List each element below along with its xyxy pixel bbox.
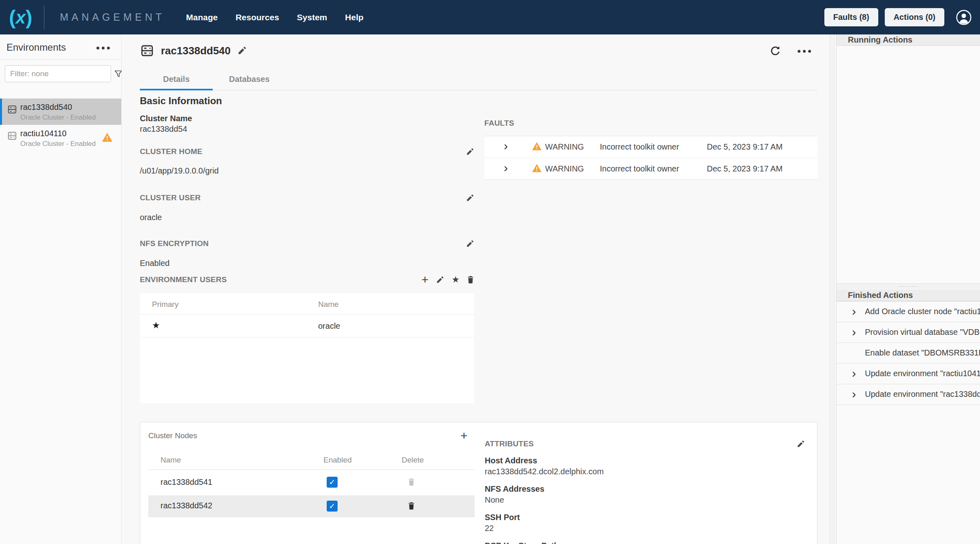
delete-node-icon[interactable]: [408, 502, 415, 510]
cluster-user-value: oracle: [140, 213, 162, 222]
faults-button[interactable]: Faults (8): [824, 8, 878, 26]
fault-title: Incorrect toolkit owner: [600, 142, 679, 152]
panel-resize-handle[interactable]: ·········: [837, 284, 980, 290]
finished-action-row[interactable]: › Add Oracle cluster node "ractiu104...: [837, 302, 980, 322]
faults-list: › WARNING Incorrect toolkit owner Dec 5,…: [484, 136, 817, 180]
tab-details[interactable]: Details: [140, 68, 213, 90]
sidebar-overflow-menu-icon[interactable]: [96, 47, 110, 49]
edit-title-icon[interactable]: [237, 46, 247, 56]
cluster-home-value: /u01/app/19.0.0.0/grid: [140, 166, 219, 176]
running-actions-header: Running Actions: [837, 34, 980, 46]
detail-tabs: Details Databases: [140, 68, 817, 90]
delphix-management-app: (x) MANAGEMENT Manage Resources System H…: [0, 0, 980, 544]
edit-attributes-icon[interactable]: [796, 440, 805, 448]
attributes-label: ATTRIBUTES: [485, 439, 534, 448]
menu-manage[interactable]: Manage: [186, 13, 218, 22]
expand-action-icon[interactable]: ›: [852, 388, 856, 400]
navbar-right: Faults (8) Actions (0): [824, 8, 972, 26]
environment-details-main: rac1338dd540 Details Databases Basic Inf…: [122, 34, 836, 544]
brand-divider: [44, 6, 45, 29]
environment-name: ractiu104110: [20, 129, 115, 138]
tab-databases[interactable]: Databases: [213, 68, 286, 90]
cluster-nodes-card: Cluster Nodes + Name Enabled Delete rac1…: [140, 422, 817, 544]
attribute-ssh-port: SSH Port 22: [485, 512, 805, 533]
cluster-user-label: CLUSTER USER: [140, 193, 201, 202]
environment-subtitle: Oracle Cluster - Enabled: [20, 114, 115, 122]
warning-icon: [532, 142, 542, 151]
environment-users-table: Primary Name ★ oracle: [140, 293, 474, 403]
cluster-nodes-label: Cluster Nodes: [148, 431, 197, 440]
finished-action-row[interactable]: › Update environment "rac1338dd54...: [837, 384, 980, 405]
finished-action-row[interactable]: › Provision virtual database "VDBO_...: [837, 322, 980, 343]
edit-cluster-home-icon[interactable]: [466, 148, 474, 156]
edit-user-icon[interactable]: [436, 276, 444, 284]
main-menu: Manage Resources System Help: [186, 13, 364, 22]
finished-action-row[interactable]: › Update environment "ractiu104110".: [837, 364, 980, 384]
filter-input[interactable]: [5, 69, 114, 78]
refresh-icon[interactable]: [769, 45, 781, 57]
delete-node-icon[interactable]: [408, 478, 415, 486]
main-scrollbar[interactable]: [830, 34, 834, 544]
finished-actions-list: › Add Oracle cluster node "ractiu104... …: [837, 301, 980, 405]
cluster-node-row[interactable]: rac1338dd542 ✓: [148, 495, 475, 517]
environment-name: rac1338dd540: [20, 103, 115, 112]
filter-icon[interactable]: [114, 70, 122, 77]
environment-users-label: ENVIRONMENT USERS: [140, 275, 227, 284]
fault-row[interactable]: › WARNING Incorrect toolkit owner Dec 5,…: [484, 158, 817, 179]
expand-action-icon[interactable]: ›: [852, 326, 856, 338]
running-actions-list: [837, 46, 980, 284]
enabled-checkbox[interactable]: ✓: [327, 477, 338, 488]
menu-resources[interactable]: Resources: [235, 13, 279, 22]
menu-system[interactable]: System: [297, 13, 327, 22]
edit-nfs-encryption-icon[interactable]: [466, 240, 474, 248]
expand-fault-icon[interactable]: ›: [504, 140, 508, 152]
host-icon: [7, 104, 17, 115]
column-primary: Primary: [152, 300, 178, 309]
brand-title: MANAGEMENT: [60, 11, 165, 23]
environment-filter: [5, 65, 111, 82]
sidebar-title: Environments: [6, 42, 66, 53]
column-delete: Delete: [402, 456, 424, 465]
expand-action-icon[interactable]: ›: [852, 367, 856, 379]
finished-action-label: Provision virtual database "VDBO_...: [865, 328, 980, 337]
environment-users-toolbar: + ★: [422, 274, 474, 286]
user-name: oracle: [318, 321, 340, 331]
fault-date: Dec 5, 2023 9:17 AM: [707, 142, 783, 152]
user-avatar-icon[interactable]: [956, 9, 972, 26]
delete-user-icon[interactable]: [467, 276, 474, 284]
add-user-icon[interactable]: +: [422, 274, 429, 286]
sidebar-item-rac1338dd540[interactable]: rac1338dd540 Oracle Cluster - Enabled: [0, 99, 121, 125]
attributes-section: ATTRIBUTES Host Address rac1338dd542.dco…: [485, 439, 805, 544]
delphix-logo-icon[interactable]: (x): [9, 7, 32, 28]
actions-sidebar: Running Actions ········· Finished Actio…: [836, 34, 980, 544]
finished-action-row[interactable]: › Enable dataset "DBOMSRB331B3".: [837, 343, 980, 364]
expand-action-icon[interactable]: ›: [852, 305, 856, 317]
page-header-actions: [769, 45, 811, 57]
enabled-checkbox[interactable]: ✓: [327, 501, 338, 512]
environment-user-row[interactable]: ★ oracle: [140, 315, 474, 338]
node-name: rac1338dd542: [160, 501, 212, 510]
page-overflow-menu-icon[interactable]: [798, 50, 811, 53]
fault-severity: WARNING: [545, 164, 584, 173]
node-name: rac1338dd541: [160, 478, 212, 487]
cluster-home-label: CLUSTER HOME: [140, 147, 202, 156]
expand-fault-icon[interactable]: ›: [504, 162, 508, 174]
actions-button[interactable]: Actions (0): [885, 8, 944, 26]
primary-star-icon: ★: [152, 320, 160, 331]
host-icon: [140, 43, 154, 58]
column-enabled: Enabled: [323, 456, 352, 465]
environment-users-table-header: Primary Name: [140, 293, 474, 315]
finished-action-label: Update environment "ractiu104110".: [865, 369, 980, 378]
menu-help[interactable]: Help: [345, 13, 364, 22]
sidebar-item-ractiu104110[interactable]: ractiu104110 Oracle Cluster - Enabled: [0, 125, 121, 151]
attribute-host-address: Host Address rac1338dd542.dcol2.delphix.…: [485, 455, 805, 477]
edit-cluster-user-icon[interactable]: [466, 194, 474, 202]
set-primary-user-icon[interactable]: ★: [451, 275, 460, 284]
faults-label: FAULTS: [484, 119, 514, 128]
cluster-node-row[interactable]: rac1338dd541 ✓: [148, 470, 475, 495]
column-name: Name: [160, 456, 181, 465]
add-cluster-node-icon[interactable]: +: [460, 430, 468, 442]
fault-row[interactable]: › WARNING Incorrect toolkit owner Dec 5,…: [484, 136, 817, 158]
fault-title: Incorrect toolkit owner: [600, 164, 679, 173]
cluster-name-label: Cluster Name: [140, 114, 192, 123]
